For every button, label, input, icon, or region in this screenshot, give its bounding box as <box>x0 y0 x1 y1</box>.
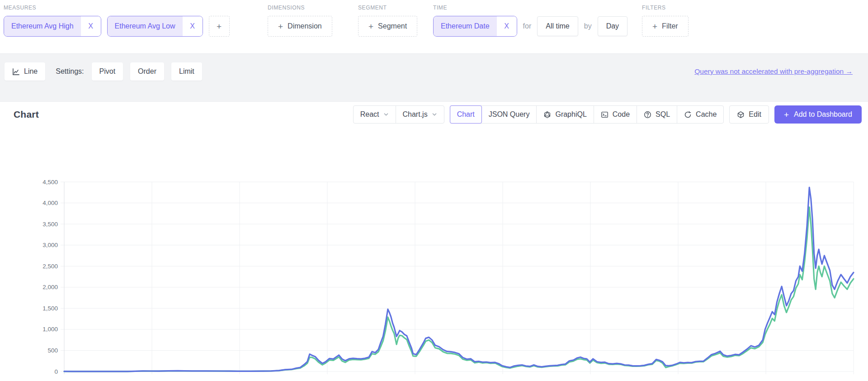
add-to-dashboard-button[interactable]: + Add to Dashboard <box>774 105 862 124</box>
chart-plot-region: 05001,0001,5002,0002,5003,0003,5004,0004… <box>0 138 868 381</box>
add-dimension-label: Dimension <box>288 22 322 30</box>
chart-header-controls: ReactChart.js ChartJSON QueryGraphiQLCod… <box>353 105 862 124</box>
close-icon: X <box>504 22 509 30</box>
filters-group: FILTERS + Filter <box>642 5 689 37</box>
tab-json-query[interactable]: JSON Query <box>482 106 537 123</box>
dimensions-label: DIMENSIONS <box>268 5 332 11</box>
date-range-button[interactable]: All time <box>537 16 578 36</box>
remove-measure-button[interactable]: X <box>81 16 101 36</box>
plus-icon: + <box>784 110 789 119</box>
add-measure-button[interactable]: + <box>209 16 230 37</box>
svg-text:4,500: 4,500 <box>42 179 58 186</box>
preaggregation-link[interactable]: Query was not accelerated with pre-aggre… <box>694 67 853 76</box>
plus-icon: + <box>278 22 283 31</box>
measures-controls: Ethereum Avg HighXEthereum Avg LowX+ <box>4 16 230 37</box>
question-icon <box>644 111 651 119</box>
svg-text:3,500: 3,500 <box>42 221 58 228</box>
measure-chip-label: Ethereum Avg Low <box>108 16 183 36</box>
add-to-dashboard-label: Add to Dashboard <box>794 110 852 119</box>
series-ethereum-avg-low <box>64 207 854 371</box>
plus-icon: + <box>652 22 657 31</box>
tab-chart[interactable]: Chart <box>450 105 482 124</box>
svg-text:2,000: 2,000 <box>42 284 58 291</box>
add-filter-label: Filter <box>662 22 678 30</box>
library-dropdown[interactable]: Chart.js <box>396 106 444 123</box>
plus-icon: + <box>217 22 222 31</box>
time-group: TIME Ethereum Date X for All time by Day <box>433 5 627 37</box>
time-label: TIME <box>433 5 627 11</box>
svg-text:4,000: 4,000 <box>42 200 58 206</box>
measure-chip[interactable]: Ethereum Avg HighX <box>4 16 101 37</box>
settings-limit-button[interactable]: Limit <box>171 62 202 81</box>
svg-text:0: 0 <box>54 368 58 375</box>
svg-text:1,500: 1,500 <box>42 305 58 312</box>
framework-library-dropdowns: ReactChart.js <box>353 105 444 124</box>
filters-label: FILTERS <box>642 5 689 11</box>
close-icon: X <box>88 22 93 30</box>
refresh-icon <box>684 111 692 119</box>
chevron-down-icon <box>432 112 437 117</box>
measures-label: MEASURES <box>4 5 230 11</box>
chart-type-button[interactable]: Line <box>5 62 45 81</box>
add-segment-label: Segment <box>378 22 407 30</box>
chevron-down-icon <box>383 112 389 117</box>
edit-button[interactable]: Edit <box>729 105 769 124</box>
add-segment-button[interactable]: + Segment <box>358 16 417 37</box>
segment-label: SEGMENT <box>358 5 417 11</box>
edit-label: Edit <box>749 110 761 119</box>
close-icon: X <box>190 22 195 30</box>
chart-tab-group: ChartJSON QueryGraphiQLCodeSQLCache <box>450 105 724 124</box>
settings-order-button[interactable]: Order <box>130 62 164 81</box>
svg-text:3,000: 3,000 <box>42 242 58 248</box>
dimensions-group: DIMENSIONS + Dimension <box>268 5 332 37</box>
query-builder-bar: MEASURES Ethereum Avg HighXEthereum Avg … <box>0 0 868 53</box>
graphql-icon <box>543 111 551 119</box>
add-dimension-button[interactable]: + Dimension <box>268 16 332 37</box>
granularity-button[interactable]: Day <box>598 16 627 36</box>
series-ethereum-avg-high <box>64 187 854 371</box>
line-chart-icon <box>12 68 20 76</box>
terminal-icon <box>601 111 609 119</box>
cube-icon <box>737 111 745 119</box>
settings-pivot-button[interactable]: Pivot <box>92 62 123 81</box>
chart-card: Chart ReactChart.js ChartJSON QueryGraph… <box>0 102 868 381</box>
time-chip-label: Ethereum Date <box>434 16 497 36</box>
measure-chip-label: Ethereum Avg High <box>4 16 81 36</box>
segment-group: SEGMENT + Segment <box>358 5 417 37</box>
tab-sql[interactable]: SQL <box>637 106 677 123</box>
tab-graphiql[interactable]: GraphiQL <box>536 106 593 123</box>
by-label: by <box>584 22 592 30</box>
remove-time-dimension-button[interactable]: X <box>497 16 517 36</box>
measures-group: MEASURES Ethereum Avg HighXEthereum Avg … <box>4 5 230 37</box>
line-chart: 05001,0001,5002,0002,5003,0003,5004,0004… <box>0 138 868 381</box>
chart-type-label: Line <box>24 67 38 76</box>
tab-cache[interactable]: Cache <box>677 106 723 123</box>
svg-text:2,500: 2,500 <box>42 263 58 270</box>
time-dimension-chip[interactable]: Ethereum Date X <box>433 16 517 37</box>
svg-text:1,000: 1,000 <box>42 326 58 333</box>
chart-title: Chart <box>14 109 39 120</box>
svg-text:500: 500 <box>47 347 58 354</box>
settings-label: Settings: <box>56 67 84 76</box>
tab-code[interactable]: Code <box>594 106 637 123</box>
chart-header: Chart ReactChart.js ChartJSON QueryGraph… <box>14 105 862 124</box>
add-filter-button[interactable]: + Filter <box>642 16 689 37</box>
toolbar: Line Settings: PivotOrderLimit Query was… <box>0 53 868 102</box>
remove-measure-button[interactable]: X <box>183 16 203 36</box>
plus-icon: + <box>368 22 373 31</box>
measure-chip[interactable]: Ethereum Avg LowX <box>107 16 203 37</box>
settings-buttons: PivotOrderLimit <box>92 62 202 81</box>
for-label: for <box>523 22 532 30</box>
framework-dropdown[interactable]: React <box>354 106 396 123</box>
